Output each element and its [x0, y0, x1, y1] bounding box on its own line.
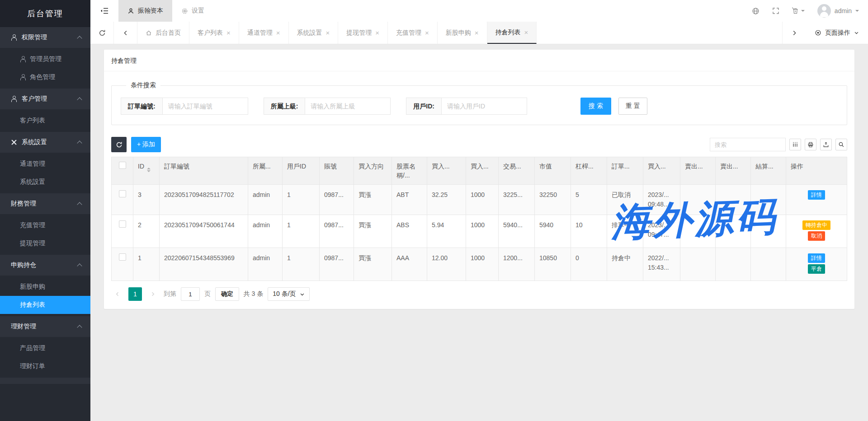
trash-icon[interactable]	[792, 7, 805, 14]
tab-close-icon[interactable]: ×	[326, 29, 330, 37]
sidebar-group-header[interactable]: 理财管理	[0, 316, 90, 337]
table-header-row: ID 訂單編號 所屬... 用戶ID 賬號	[112, 157, 847, 185]
table-header-cell: 交易...	[499, 157, 535, 185]
chevron-up-icon	[78, 140, 82, 145]
refresh-tab-icon[interactable]	[90, 22, 114, 44]
cell-buy-price: 32.25	[427, 185, 466, 215]
sidebar-item[interactable]: 管理员管理	[0, 50, 90, 68]
export-icon[interactable]	[820, 139, 832, 150]
sidebar-item[interactable]: 客户列表	[0, 112, 90, 130]
sidebar-item-label: 理财订单	[20, 362, 45, 370]
search-button[interactable]: 搜 索	[580, 98, 611, 115]
sidebar-group-header[interactable]: 財務管理	[0, 193, 90, 214]
cell-status: 排單中	[607, 215, 643, 248]
row-checkbox[interactable]	[119, 220, 126, 228]
menu-collapse-icon[interactable]	[90, 0, 118, 22]
select-all-checkbox[interactable]	[119, 162, 126, 169]
sidebar-group-label: 系统設置	[22, 138, 78, 146]
cell-id: 1	[133, 248, 160, 281]
page-size-select[interactable]: 10 条/页	[268, 287, 309, 301]
tab[interactable]: 新股申购 ×	[438, 22, 487, 44]
jump-page-input[interactable]	[181, 287, 200, 301]
tab[interactable]: 客户列表 ×	[189, 22, 239, 44]
sidebar-group-header[interactable]: 权限管理	[0, 27, 90, 48]
workspace-tab[interactable]: 振翰资本	[118, 0, 172, 22]
sidebar-item[interactable]: 系统設置	[0, 173, 90, 191]
sidebar-item[interactable]: 理财订单	[0, 357, 90, 375]
cell-buy-price: 5.94	[427, 215, 466, 248]
refresh-table-button[interactable]	[111, 137, 127, 152]
row-action-button[interactable]: 轉持倉中	[802, 220, 830, 230]
main-area: 振翰资本 设置	[90, 0, 868, 421]
search-field-group: 訂單編號:	[121, 98, 248, 115]
globe-icon[interactable]	[752, 7, 760, 15]
row-checkbox[interactable]	[119, 190, 126, 197]
tab[interactable]: 后台首页	[137, 22, 189, 44]
tab[interactable]: 系统設置 ×	[289, 22, 339, 44]
sidebar-group-header[interactable]: 系统設置	[0, 132, 90, 153]
user-icon	[127, 8, 134, 14]
sidebar-item-label: 通道管理	[20, 160, 45, 168]
jump-confirm-button[interactable]: 确定	[215, 287, 239, 301]
sidebar-group-children: 客户列表	[0, 109, 90, 132]
tabs-scroll-right-icon[interactable]	[782, 22, 806, 44]
row-action-button[interactable]: 詳情	[808, 190, 825, 200]
fullscreen-icon[interactable]	[772, 7, 779, 14]
sidebar-item[interactable]: 新股申购	[0, 278, 90, 296]
search-field-label: 訂單編號:	[121, 98, 162, 115]
page-operations-dropdown[interactable]: 页面操作	[806, 22, 868, 44]
settings-tab[interactable]: 设置	[172, 0, 213, 22]
tab[interactable]: 提现管理 ×	[338, 22, 388, 44]
search-zoom-icon[interactable]	[835, 139, 847, 150]
sidebar-group-header[interactable]: 客户管理	[0, 89, 90, 109]
columns-icon[interactable]	[789, 139, 801, 150]
tab[interactable]: 充值管理 ×	[388, 22, 438, 44]
sidebar-item[interactable]: 持倉列表	[0, 296, 90, 314]
workspace-tab-label: 振翰资本	[138, 7, 163, 15]
search-field-input[interactable]	[305, 98, 391, 115]
next-page-icon[interactable]	[146, 287, 159, 301]
row-action-button[interactable]: 取消	[808, 231, 825, 241]
settings-tab-label: 设置	[192, 7, 204, 15]
table-header-cell: 賣出...	[716, 157, 751, 185]
sidebar-item-label: 持倉列表	[20, 301, 45, 309]
page-number-button[interactable]: 1	[128, 287, 142, 301]
page-card: 持倉管理 条件搜索 訂單編號:	[104, 50, 854, 309]
sidebar-item-label: 角色管理	[30, 73, 55, 81]
app-root: 后台管理 权限管理 管理员管理	[0, 0, 868, 421]
tab-close-icon[interactable]: ×	[425, 29, 429, 37]
row-action-button[interactable]: 詳情	[808, 253, 825, 263]
sidebar-item[interactable]: 提现管理	[0, 234, 90, 253]
prev-page-icon[interactable]	[111, 287, 124, 301]
cell-sell-time	[716, 185, 751, 215]
cell-direction: 買漲	[354, 248, 392, 281]
tab[interactable]: 通道管理 ×	[239, 22, 289, 44]
tab-close-icon[interactable]: ×	[276, 29, 280, 37]
tab-close-icon[interactable]: ×	[475, 29, 479, 37]
print-icon[interactable]	[805, 139, 816, 150]
tabs-scroll-left-icon[interactable]	[114, 22, 137, 44]
row-checkbox[interactable]	[119, 253, 126, 261]
chevron-up-icon	[78, 35, 82, 40]
sidebar-item[interactable]: 角色管理	[0, 68, 90, 86]
user-menu[interactable]: admin	[817, 4, 859, 18]
sort-icon[interactable]	[147, 166, 151, 174]
reset-button[interactable]: 重 置	[618, 98, 647, 115]
cell-order-no: 20230517094750061744	[160, 215, 248, 248]
sidebar-group-header[interactable]: 申购持仓	[0, 255, 90, 276]
tab-close-icon[interactable]: ×	[375, 29, 379, 37]
tab[interactable]: 持倉列表 ×	[487, 22, 537, 44]
sidebar-item[interactable]: 产品管理	[0, 339, 90, 357]
table-search-input[interactable]	[710, 138, 786, 151]
sidebar-item[interactable]: 通道管理	[0, 155, 90, 173]
caret-down-icon	[855, 10, 859, 14]
sidebar-item[interactable]: 充值管理	[0, 216, 90, 234]
tab-close-icon[interactable]: ×	[226, 29, 231, 37]
tab-close-icon[interactable]: ×	[524, 28, 528, 36]
search-field-input[interactable]	[441, 98, 527, 115]
row-action-button[interactable]: 平倉	[808, 264, 825, 274]
table-header-cell: 結算...	[751, 157, 786, 185]
table-header-cell: 股票名稱/...	[392, 157, 427, 185]
add-button[interactable]: + 添加	[131, 137, 161, 152]
search-field-input[interactable]	[162, 98, 248, 115]
